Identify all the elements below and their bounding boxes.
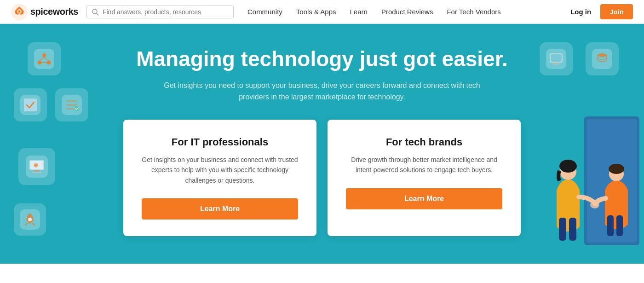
hero-section: Managing technology just got easier. Get… bbox=[0, 24, 644, 264]
search-icon bbox=[92, 8, 99, 16]
svg-point-39 bbox=[559, 160, 577, 173]
svg-rect-42 bbox=[616, 215, 623, 236]
card-brands-desc: Drive growth through better market intel… bbox=[346, 155, 502, 175]
nav-for-tech-vendors[interactable]: For Tech Vendors bbox=[447, 8, 500, 16]
nav-links: Community Tools & Apps Learn Product Rev… bbox=[247, 8, 566, 16]
hero-illustration bbox=[543, 98, 644, 264]
navbar: spiceworks Community Tools & Apps Learn … bbox=[0, 0, 644, 24]
nav-learn[interactable]: Learn bbox=[350, 8, 368, 16]
logo[interactable]: spiceworks bbox=[11, 4, 78, 20]
search-input[interactable] bbox=[103, 8, 229, 16]
nav-community[interactable]: Community bbox=[247, 8, 282, 16]
learn-more-brands-button[interactable]: Learn More bbox=[346, 188, 502, 209]
svg-rect-37 bbox=[559, 218, 566, 241]
nav-tools-apps[interactable]: Tools & Apps bbox=[296, 8, 336, 16]
card-it-professionals: For IT professionals Get insights on you… bbox=[123, 120, 316, 236]
search-bar[interactable] bbox=[86, 6, 234, 18]
join-button[interactable]: Join bbox=[600, 4, 633, 19]
svg-line-4 bbox=[97, 13, 98, 15]
login-button[interactable]: Log in bbox=[566, 5, 596, 18]
logo-text: spiceworks bbox=[30, 6, 78, 17]
card-tech-brands: For tech brands Drive growth through bet… bbox=[328, 120, 521, 236]
card-it-desc: Get insights on your business and connec… bbox=[142, 155, 298, 185]
hero-subtitle: Get insights you need to support your bu… bbox=[161, 80, 483, 103]
svg-point-43 bbox=[609, 164, 624, 174]
card-it-title: For IT professionals bbox=[142, 136, 298, 148]
svg-rect-41 bbox=[607, 215, 614, 236]
nav-auth: Log in Join bbox=[566, 4, 633, 19]
nav-product-reviews[interactable]: Product Reviews bbox=[381, 8, 433, 16]
spiceworks-logo-icon bbox=[11, 4, 28, 20]
card-brands-title: For tech brands bbox=[346, 136, 502, 148]
bottom-section: Millions of IT pros use and trust Spicew… bbox=[0, 264, 644, 283]
hero-title: Managing technology just got easier. bbox=[0, 47, 644, 71]
svg-rect-38 bbox=[569, 218, 576, 241]
svg-point-2 bbox=[18, 10, 21, 12]
learn-more-it-button[interactable]: Learn More bbox=[142, 198, 298, 219]
svg-point-44 bbox=[590, 201, 599, 208]
